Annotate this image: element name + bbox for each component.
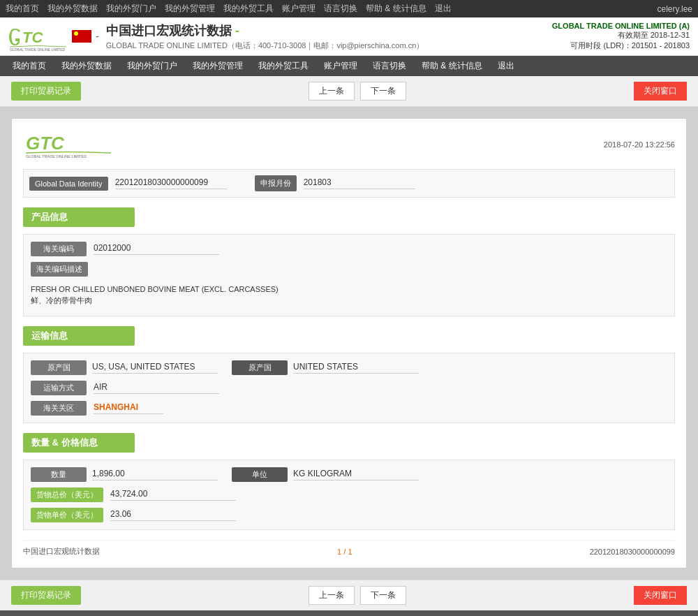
customs-label: 海关关区 bbox=[31, 401, 87, 416]
nav-management[interactable]: 我的外贸管理 bbox=[165, 3, 215, 15]
hs-code-row: 海关编码 02012000 bbox=[31, 242, 667, 256]
nav2-language[interactable]: 语言切换 bbox=[366, 56, 413, 76]
nav-account[interactable]: 账户管理 bbox=[282, 3, 315, 15]
svg-text:GLOBAL TRADE ONLINE LIMITED: GLOBAL TRADE ONLINE LIMITED bbox=[26, 154, 87, 159]
main-content: GTC GLOBAL TRADE ONLINE LIMITED 2018-07-… bbox=[0, 107, 698, 580]
nav2-account[interactable]: 账户管理 bbox=[317, 56, 364, 76]
page-header: TC GLOBAL TRADE ONLINE LIMITED - 中国进口宏观统… bbox=[0, 17, 698, 56]
bottom-print-button[interactable]: 打印贸易记录 bbox=[11, 586, 81, 605]
unit-pair: 单位 KG KILOGRAM bbox=[232, 467, 419, 482]
svg-text:TC: TC bbox=[22, 29, 43, 46]
company-name-display: GLOBAL TRADE ONLINE LIMITED (A) bbox=[552, 22, 690, 30]
logo-area: TC GLOBAL TRADE ONLINE LIMITED - bbox=[8, 22, 99, 51]
origin-cn-label: 原产国 bbox=[31, 360, 87, 375]
origin-row: 原产国 US, USA, UNITED STATES 原产国 UNITED ST… bbox=[31, 360, 667, 375]
qty-label: 数量 bbox=[31, 467, 87, 482]
nav2-portal[interactable]: 我的外贸门户 bbox=[120, 56, 184, 76]
user-display: celery.lee bbox=[658, 4, 692, 14]
country-flag bbox=[72, 30, 91, 43]
nav-language[interactable]: 语言切换 bbox=[324, 3, 357, 15]
gtc-logo: TC GLOBAL TRADE ONLINE LIMITED bbox=[8, 22, 68, 51]
hs-code-value: 02012000 bbox=[94, 243, 219, 255]
svg-text:GLOBAL TRADE ONLINE LIMITED: GLOBAL TRADE ONLINE LIMITED bbox=[10, 47, 66, 51]
bottom-toolbar: 打印贸易记录 上一条 下一条 关闭窗口 bbox=[0, 580, 698, 610]
customs-value: SHANGHAI bbox=[94, 402, 163, 414]
unit-label: 单位 bbox=[232, 467, 288, 482]
page-indicator: 1 / 1 bbox=[337, 548, 352, 556]
transport-label: 运输方式 bbox=[31, 381, 87, 395]
transport-section: 运输信息 原产国 US, USA, UNITED STATES 原产国 UNIT… bbox=[23, 326, 675, 423]
top-toolbar: 打印贸易记录 上一条 下一条 关闭窗口 bbox=[0, 76, 698, 107]
product-section: 产品信息 海关编码 02012000 海关编码描述 FRESH OR CHILL… bbox=[23, 207, 675, 316]
hs-code-label: 海关编码 bbox=[31, 242, 87, 256]
unit-price-label: 货物单价（美元） bbox=[31, 508, 103, 522]
header-title-area: 中国进口宏观统计数据 - GLOBAL TRADE ONLINE LIMITED… bbox=[106, 22, 424, 51]
origin-cn-value: US, USA, UNITED STATES bbox=[92, 362, 218, 374]
print-button[interactable]: 打印贸易记录 bbox=[11, 82, 81, 101]
unit-value: KG KILOGRAM bbox=[293, 469, 419, 481]
nav2-tools[interactable]: 我的外贸工具 bbox=[251, 56, 315, 76]
identity-row: Global Data Identity 2201201803000000009… bbox=[23, 169, 675, 198]
bottom-next-button[interactable]: 下一条 bbox=[360, 586, 406, 605]
qty-value: 1,896.00 bbox=[92, 469, 218, 481]
nav-menu-left: 我的首页 我的外贸数据 我的外贸门户 我的外贸管理 我的外贸工具 账户管理 语言… bbox=[6, 3, 452, 15]
hs-desc-label-row: 海关编码描述 bbox=[31, 262, 667, 277]
nav-tools[interactable]: 我的外贸工具 bbox=[223, 3, 274, 15]
product-section-header: 产品信息 bbox=[23, 207, 135, 227]
identity-value: 22012018030000000099 bbox=[115, 177, 227, 189]
footer-title: 中国进口宏观统计数据 bbox=[23, 546, 100, 557]
nav2-help[interactable]: 帮助 & 统计信息 bbox=[415, 56, 489, 76]
hs-desc-cn: 鲜、冷的带骨牛肉 bbox=[31, 295, 667, 306]
month-label: 申报月份 bbox=[255, 175, 297, 191]
bottom-close-button[interactable]: 关闭窗口 bbox=[634, 586, 687, 605]
origin-en-pair: 原产国 UNITED STATES bbox=[232, 360, 419, 375]
company-subtitle: GLOBAL TRADE ONLINE LIMITED（电话：400-710-3… bbox=[106, 41, 424, 51]
page-footer: 苏ICP备14033305号 Company Website | Global … bbox=[0, 610, 698, 616]
nav2-logout[interactable]: 退出 bbox=[491, 56, 521, 76]
transport-section-body: 原产国 US, USA, UNITED STATES 原产国 UNITED ST… bbox=[23, 353, 675, 423]
product-section-body: 海关编码 02012000 海关编码描述 FRESH OR CHILLED UN… bbox=[23, 234, 675, 316]
origin-en-value: UNITED STATES bbox=[293, 362, 419, 374]
hs-desc-block: FRESH OR CHILLED UNBONED BOVINE MEAT (EX… bbox=[31, 282, 667, 309]
unit-price-row: 货物单价（美元） 23.06 bbox=[31, 508, 667, 522]
top-navigation: 我的首页 我的外贸数据 我的外贸门户 我的外贸管理 我的外贸工具 账户管理 语言… bbox=[0, 0, 698, 17]
nav-trade-data[interactable]: 我的外贸数据 bbox=[47, 3, 98, 15]
hs-desc-label: 海关编码描述 bbox=[31, 262, 88, 277]
hs-desc-en: FRESH OR CHILLED UNBONED BOVINE MEAT (EX… bbox=[31, 285, 667, 293]
unit-price-value: 23.06 bbox=[110, 509, 236, 521]
total-price-label: 货物总价（美元） bbox=[31, 487, 103, 502]
header-left: TC GLOBAL TRADE ONLINE LIMITED - 中国进口宏观统… bbox=[8, 22, 424, 51]
origin-cn-pair: 原产国 US, USA, UNITED STATES bbox=[31, 360, 218, 375]
page-title: 中国进口宏观统计数据 - bbox=[106, 22, 424, 39]
nav-home[interactable]: 我的首页 bbox=[6, 3, 39, 15]
price-section-header: 数量 & 价格信息 bbox=[23, 433, 135, 453]
close-button[interactable]: 关闭窗口 bbox=[634, 82, 687, 101]
nav-portal[interactable]: 我的外贸门户 bbox=[106, 3, 156, 15]
identity-label: Global Data Identity bbox=[29, 177, 108, 191]
origin-en-label: 原产国 bbox=[232, 360, 288, 375]
price-section: 数量 & 价格信息 数量 1,896.00 单位 KG KILOGRAM 货物总… bbox=[23, 433, 675, 530]
nav-help[interactable]: 帮助 & 统计信息 bbox=[366, 3, 426, 15]
price-section-body: 数量 1,896.00 单位 KG KILOGRAM 货物总价（美元） 43,7… bbox=[23, 460, 675, 530]
footer-record-id: 22012018030000000099 bbox=[590, 548, 675, 556]
nav-logout[interactable]: 退出 bbox=[435, 3, 452, 15]
transport-value: AIR bbox=[94, 382, 219, 394]
next-button[interactable]: 下一条 bbox=[360, 82, 406, 101]
header-right-info: GLOBAL TRADE ONLINE LIMITED (A) 有效期至 201… bbox=[552, 22, 690, 51]
nav2-management[interactable]: 我的外贸管理 bbox=[186, 56, 250, 76]
bottom-prev-button[interactable]: 上一条 bbox=[309, 586, 355, 605]
svg-text:GTC: GTC bbox=[26, 133, 65, 154]
record-datetime: 2018-07-20 13:22:56 bbox=[604, 140, 675, 149]
total-price-value: 43,724.00 bbox=[110, 489, 236, 501]
ldr-display: 可用时段 (LDR)：201501 - 201803 bbox=[552, 41, 690, 51]
total-price-row: 货物总价（美元） 43,724.00 bbox=[31, 487, 667, 502]
qty-pair: 数量 1,896.00 bbox=[31, 467, 218, 482]
nav2-trade-data[interactable]: 我的外贸数据 bbox=[54, 56, 119, 76]
qty-unit-row: 数量 1,896.00 单位 KG KILOGRAM bbox=[31, 467, 667, 482]
prev-button[interactable]: 上一条 bbox=[309, 82, 355, 101]
customs-row: 海关关区 SHANGHAI bbox=[31, 401, 667, 416]
validity-display: 有效期至 2018-12-31 bbox=[552, 30, 690, 41]
nav2-home[interactable]: 我的首页 bbox=[6, 56, 53, 76]
transport-mode-row: 运输方式 AIR bbox=[31, 381, 667, 395]
card-header: GTC GLOBAL TRADE ONLINE LIMITED 2018-07-… bbox=[23, 130, 675, 159]
